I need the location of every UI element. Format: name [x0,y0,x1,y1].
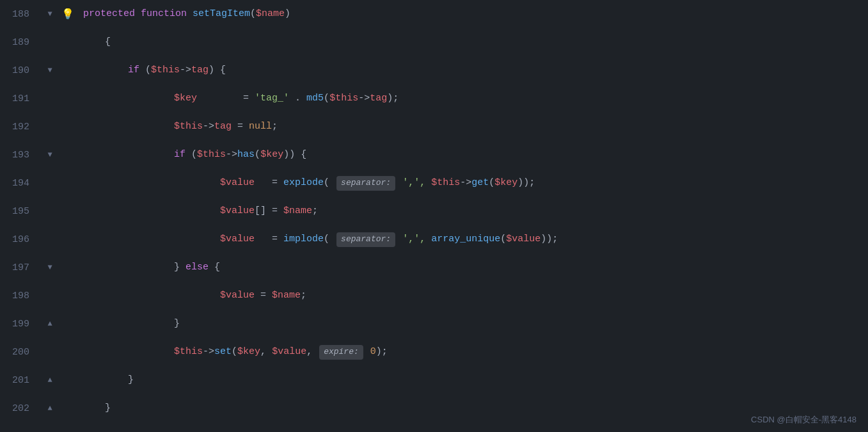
code-content: $this->tag = null; [75,119,868,134]
op-token: -> [203,346,214,357]
var-token: $value [220,205,255,216]
parameter-label: separator: [336,232,395,247]
fn-call-token: array_unique [431,234,500,244]
string-token: 'tag_' [255,93,289,104]
parameter-label: expire: [319,345,363,360]
fold-close-icon[interactable]: ▲ [47,319,52,328]
var-token: $this [174,121,203,132]
line-number: 194 [0,178,38,189]
table-row: 202▲ } [0,394,868,422]
line-number: 191 [0,93,38,104]
fold-down-icon[interactable]: ▼ [47,66,52,75]
op-token [425,177,431,188]
code-content: $value = explode( separator: ',', $this-… [75,175,868,191]
var-token: $this [197,149,226,160]
table-row: 200 $this->set($key, $value, expire: 0); [0,338,868,366]
table-row: 198 $value = $name; [0,282,868,310]
fold-close-icon[interactable]: ▲ [47,376,52,385]
table-row: 193▼ if ($this->has($key)) { [0,141,868,169]
gutter-icon[interactable]: ▲ [38,404,61,413]
fn-call-token: set [214,346,232,357]
punctuation-token: ( [255,149,260,160]
var-token: $key [260,149,283,160]
op-token: = [197,93,255,104]
code-content: $value[] = $name; [75,204,868,219]
kw-if-token: if [174,149,191,160]
var-token: $key [174,93,197,104]
fold-down-icon[interactable]: ▼ [47,150,52,159]
punctuation-token: ( [324,177,335,188]
var-token: $value [506,234,541,244]
punctuation-token: ) [285,8,290,19]
line-number: 197 [0,262,38,273]
punctuation-token: ; [272,121,278,132]
punctuation-token: ); [376,346,388,357]
line-number: 200 [0,347,38,358]
fold-down-icon[interactable]: ▼ [47,263,52,272]
var-token: $value [220,234,255,244]
var-token: $value [220,177,255,188]
line-number: 192 [0,122,38,132]
fn-call-token: md5 [306,93,324,104]
op-token: -> [358,93,370,104]
code-content: } else { [75,260,868,275]
op-token: -> [180,65,191,76]
op-token [425,234,431,244]
table-row: 189 { [0,28,868,56]
punctuation-token: )); [541,234,558,244]
line-number: 202 [0,403,38,414]
punctuation-token: , [260,346,272,357]
gutter-icon[interactable]: ▼ [38,10,61,19]
code-content: $key = 'tag_' . md5($this->tag); [75,91,868,106]
line-number: 188 [0,9,38,20]
table-row: 194 $value = explode( separator: ',', $t… [0,169,868,197]
punctuation-token: ( [489,177,494,188]
punctuation-token: { [105,36,111,47]
code-content: if ($this->tag) { [75,63,868,78]
var-token: $value [272,346,306,357]
punctuation-token: ( [324,234,335,244]
code-content: } [75,401,868,416]
punctuation-token: } [105,403,111,413]
op-token: -> [226,149,237,160]
table-row: 192 $this->tag = null; [0,113,868,141]
fold-down-icon[interactable]: ▼ [47,10,52,19]
punctuation-token: ( [145,65,151,76]
punctuation-token: ( [250,8,256,19]
line-number: 189 [0,37,38,48]
punctuation-token: ( [232,346,237,357]
fn-call-token: has [237,149,255,160]
var-token: $key [494,177,517,188]
gutter-icon[interactable]: ▲ [38,376,61,385]
code-content: $value = $name; [75,288,868,303]
punctuation-token: ) { [209,65,226,76]
lightbulb-icon[interactable]: 💡 [61,8,74,20]
punctuation-token: } [128,374,134,385]
table-row: 191 $key = 'tag_' . md5($this->tag); [0,84,868,113]
punctuation-token: ; [312,205,318,216]
punctuation-token: )) { [283,149,306,160]
fold-close-icon[interactable]: ▲ [47,404,52,413]
table-row: 197▼ } else { [0,253,868,282]
watermark: CSDN @白帽安全-黑客4148 [751,414,856,426]
code-content: } [75,316,868,332]
var-token: $this [151,65,180,76]
gutter-icon[interactable]: ▼ [38,66,61,75]
punctuation-token: ( [191,149,197,160]
punctuation-token: } [174,318,180,329]
table-row: 201▲ } [0,366,868,394]
kw-else-token: else [185,262,209,273]
gutter-icon[interactable]: ▼ [38,263,61,272]
op-token: -> [460,177,471,188]
string-token: ',', [397,177,425,188]
punctuation-token: )); [517,177,535,188]
op-token: = [232,121,249,132]
gutter-icon[interactable]: ▼ [38,150,61,159]
line-number: 190 [0,65,38,76]
table-row: 199▲ } [0,310,868,338]
line-number: 193 [0,150,38,161]
op-token: = [255,290,272,301]
gutter-icon[interactable]: ▲ [38,319,61,328]
kw-if-token: if [128,65,145,76]
punctuation-token: ( [324,93,329,104]
